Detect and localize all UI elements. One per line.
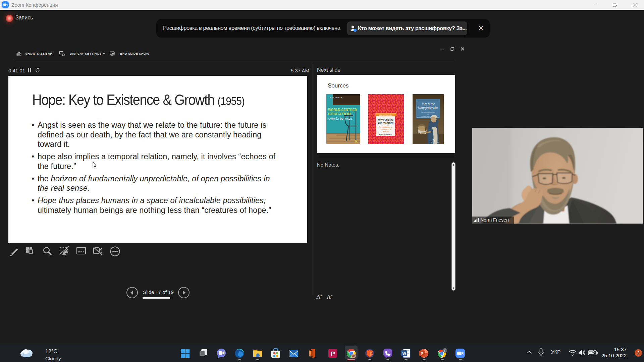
svg-text:∾: ∾	[427, 114, 429, 115]
svg-text:Tact & the: Tact & the	[421, 102, 435, 106]
svg-text:GERT BIESTA: GERT BIESTA	[329, 97, 342, 99]
svg-text:A View for the Present: A View for the Present	[328, 117, 353, 120]
svg-text:Г: Г	[444, 349, 446, 352]
svg-text:EXISTENTIALISM: EXISTENTIALISM	[378, 119, 393, 121]
svg-text:Otto Friedrich: Otto Friedrich	[381, 128, 391, 130]
svg-text:R: R	[355, 138, 358, 143]
svg-text:W: W	[402, 351, 407, 356]
svg-text:P: P	[331, 350, 335, 357]
svg-text:PETER LANG: PETER LANG	[431, 142, 440, 143]
svg-text:palgrave macmillan: palgrave macmillan	[379, 114, 392, 116]
svg-text:Bollnow: Bollnow	[383, 131, 389, 133]
svg-text:AND EDUCATION: AND EDUCATION	[378, 122, 393, 124]
svg-text:An Introduction to: An Introduction to	[379, 126, 392, 128]
svg-text:Ralf Koerrenz: Ralf Koerrenz	[379, 133, 392, 135]
svg-text:Pedagogical Relation: Pedagogical Relation	[418, 106, 438, 110]
svg-text:EDUCATION: EDUCATION	[328, 112, 351, 116]
svg-text:International Readings: International Readings	[421, 111, 435, 113]
svg-text:WORLD-CENTRED: WORLD-CENTRED	[328, 108, 357, 112]
svg-text:P: P	[421, 351, 423, 356]
